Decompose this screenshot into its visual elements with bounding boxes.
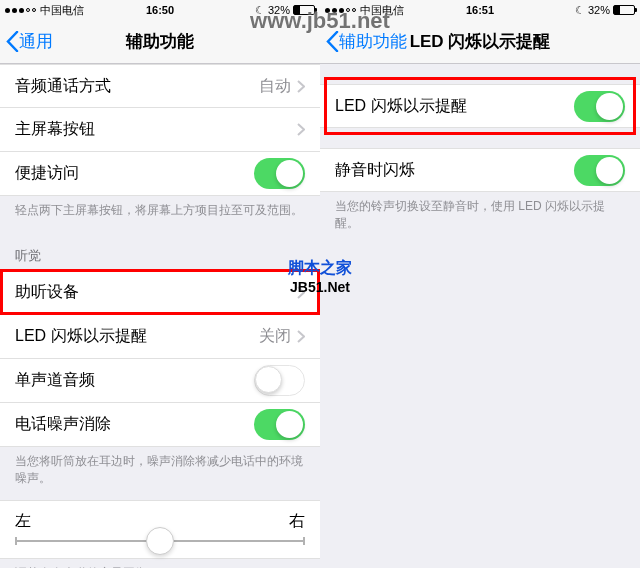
clock: 16:50 xyxy=(146,4,174,16)
row-home-button[interactable]: 主屏幕按钮 xyxy=(0,108,320,152)
chevron-right-icon xyxy=(297,80,305,93)
chevron-right-icon xyxy=(297,330,305,343)
section-header-hearing: 听觉 xyxy=(0,233,320,271)
note-phone-noise: 当您将听筒放在耳边时，噪声消除将减少电话中的环境噪声。 xyxy=(0,447,320,501)
note-balance: 调节左右声道的音量平衡。 xyxy=(0,559,320,568)
row-phone-noise[interactable]: 电话噪声消除 xyxy=(0,403,320,447)
row-label: LED 闪烁以示提醒 xyxy=(15,326,259,347)
note-easy-access: 轻点两下主屏幕按钮，将屏幕上方项目拉至可及范围。 xyxy=(0,196,320,233)
clock: 16:51 xyxy=(466,4,494,16)
balance-right-label: 右 xyxy=(289,511,305,532)
toggle-silent-flash[interactable] xyxy=(574,155,625,186)
page-title: 辅助功能 xyxy=(126,30,194,53)
toggle-led-flash[interactable] xyxy=(574,91,625,122)
page-title: LED 闪烁以示提醒 xyxy=(410,30,551,53)
signal-dots xyxy=(5,8,36,13)
row-led-flash[interactable]: LED 闪烁以示提醒 关闭 xyxy=(0,315,320,359)
row-label: 便捷访问 xyxy=(15,163,254,184)
row-audio-call[interactable]: 音频通话方式 自动 xyxy=(0,64,320,108)
watermark-mid: 脚本之家 JB51.Net xyxy=(288,258,352,295)
toggle-phone-noise[interactable] xyxy=(254,409,305,440)
balance-slider[interactable] xyxy=(15,540,305,542)
screen-led-flash: 中国电信 16:51 ☾ 32% 辅助功能 LED 闪烁以示提醒 LED 闪烁以… xyxy=(320,0,640,568)
row-balance-slider: 左 右 xyxy=(0,500,320,559)
row-label: 主屏幕按钮 xyxy=(15,119,297,140)
row-label: 音频通话方式 xyxy=(15,76,259,97)
row-label: 单声道音频 xyxy=(15,370,254,391)
carrier-label: 中国电信 xyxy=(40,3,84,18)
chevron-right-icon xyxy=(297,123,305,136)
toggle-mono-audio[interactable] xyxy=(254,365,305,396)
row-mono-audio[interactable]: 单声道音频 xyxy=(0,359,320,403)
back-button[interactable]: 通用 xyxy=(0,30,53,53)
row-value: 关闭 xyxy=(259,326,291,347)
watermark-top: www.jb51.net xyxy=(250,8,390,34)
battery-pct: 32% xyxy=(588,4,610,16)
screen-accessibility: 中国电信 16:50 ☾ 32% 通用 辅助功能 音频通话方式 自动 主屏幕按钮… xyxy=(0,0,320,568)
row-label: 助听设备 xyxy=(15,282,297,303)
row-label: 电话噪声消除 xyxy=(15,414,254,435)
row-led-flash-toggle[interactable]: LED 闪烁以示提醒 xyxy=(320,84,640,128)
row-label: LED 闪烁以示提醒 xyxy=(335,96,574,117)
toggle-easy-access[interactable] xyxy=(254,158,305,189)
balance-left-label: 左 xyxy=(15,511,31,532)
back-label: 通用 xyxy=(19,30,53,53)
row-hearing-devices[interactable]: 助听设备 xyxy=(0,271,320,315)
row-silent-flash[interactable]: 静音时闪烁 xyxy=(320,148,640,192)
row-value: 自动 xyxy=(259,76,291,97)
row-label: 静音时闪烁 xyxy=(335,160,574,181)
row-easy-access[interactable]: 便捷访问 xyxy=(0,152,320,196)
chevron-left-icon xyxy=(6,31,19,52)
battery-icon xyxy=(613,5,635,15)
chevron-left-icon xyxy=(326,31,339,52)
note-silent-flash: 当您的铃声切换设至静音时，使用 LED 闪烁以示提醒。 xyxy=(320,192,640,246)
